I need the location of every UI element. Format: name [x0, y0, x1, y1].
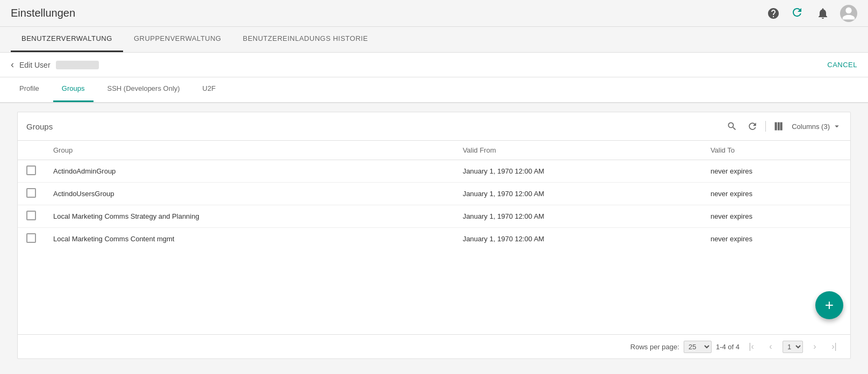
- tab-groups[interactable]: Groups: [53, 76, 94, 102]
- table-row: Local Marketing Comms Content mgmt Janua…: [18, 228, 850, 250]
- row-valid-from: January 1, 1970 12:00 AM: [454, 228, 702, 250]
- refresh-icon[interactable]: [791, 6, 806, 21]
- user-avatar[interactable]: [840, 5, 857, 22]
- tab-benutzereinladungs-historie[interactable]: BENUTZEREINLADUNGS HISTORIE: [232, 26, 379, 52]
- row-checkbox[interactable]: [26, 188, 36, 198]
- row-group: ActindoAdminGroup: [45, 160, 454, 183]
- sub-tabs: Profile Groups SSH (Developers Only) U2F: [0, 77, 868, 103]
- col-header-valid-from: Valid From: [454, 141, 702, 160]
- col-header-checkbox: [18, 141, 45, 160]
- add-group-fab[interactable]: +: [815, 291, 843, 319]
- row-checkbox[interactable]: [26, 166, 36, 175]
- groups-panel: Groups: [17, 112, 851, 359]
- row-group: ActindoUsersGroup: [45, 183, 454, 205]
- edit-user-label: Edit User: [19, 61, 51, 69]
- page-range-label: 1-4 of 4: [716, 343, 740, 351]
- panel-toolbar: Columns (3): [724, 119, 842, 134]
- row-valid-to: never expires: [702, 205, 850, 228]
- table-row: Local Marketing Comms Strategy and Plann…: [18, 205, 850, 228]
- next-page-button[interactable]: ›: [807, 339, 822, 354]
- search-icon[interactable]: [724, 119, 740, 134]
- breadcrumb-bar: ‹ Edit User CANCEL: [0, 53, 868, 77]
- columns-button[interactable]: Columns (3): [792, 121, 842, 131]
- toolbar-divider: [765, 121, 766, 132]
- tab-benutzerverwaltung[interactable]: BENUTZERVERWALTUNG: [11, 26, 123, 52]
- row-valid-from: January 1, 1970 12:00 AM: [454, 160, 702, 183]
- row-checkbox-cell: [18, 183, 45, 205]
- cancel-button[interactable]: CANCEL: [827, 61, 857, 69]
- top-bar: Einstellungen: [0, 0, 868, 27]
- first-page-button[interactable]: |‹: [744, 339, 759, 354]
- row-valid-from: January 1, 1970 12:00 AM: [454, 183, 702, 205]
- main-tabs: BENUTZERVERWALTUNG GRUPPENVERWALTUNG BEN…: [0, 27, 868, 53]
- columns-icon[interactable]: [771, 119, 786, 134]
- row-valid-from: January 1, 1970 12:00 AM: [454, 205, 702, 228]
- tab-u2f[interactable]: U2F: [194, 76, 225, 102]
- help-icon[interactable]: [766, 6, 781, 21]
- app-title: Einstellungen: [11, 7, 766, 19]
- rows-per-page-select[interactable]: 25 10 50 100: [684, 341, 712, 353]
- row-valid-to: never expires: [702, 228, 850, 250]
- row-checkbox[interactable]: [26, 233, 36, 243]
- groups-table: Group Valid From Valid To ActindoAdminGr…: [18, 141, 850, 250]
- prev-page-button[interactable]: ‹: [763, 339, 778, 354]
- row-group: Local Marketing Comms Content mgmt: [45, 228, 454, 250]
- table-row: ActindoAdminGroup January 1, 1970 12:00 …: [18, 160, 850, 183]
- notification-icon[interactable]: [815, 6, 830, 21]
- pagination-bar: Rows per page: 25 10 50 100 1-4 of 4 |‹ …: [18, 334, 850, 358]
- refresh-table-icon[interactable]: [745, 119, 760, 134]
- tab-gruppenverwaltung[interactable]: GRUPPENVERWALTUNG: [123, 26, 232, 52]
- tab-ssh[interactable]: SSH (Developers Only): [99, 76, 189, 102]
- row-checkbox-cell: [18, 228, 45, 250]
- back-button[interactable]: ‹: [11, 59, 14, 70]
- columns-label: Columns (3): [792, 123, 830, 131]
- page-number-select[interactable]: 1: [783, 341, 803, 353]
- tab-profile[interactable]: Profile: [11, 76, 48, 102]
- table-header-row: Group Valid From Valid To: [18, 141, 850, 160]
- row-valid-to: never expires: [702, 160, 850, 183]
- table-row: ActindoUsersGroup January 1, 1970 12:00 …: [18, 183, 850, 205]
- row-valid-to: never expires: [702, 183, 850, 205]
- row-checkbox[interactable]: [26, 211, 36, 220]
- last-page-button[interactable]: ›|: [827, 339, 842, 354]
- groups-panel-title: Groups: [26, 122, 724, 131]
- col-header-valid-to: Valid To: [702, 141, 850, 160]
- breadcrumb-username: [56, 61, 99, 69]
- table-wrapper: Group Valid From Valid To ActindoAdminGr…: [18, 141, 850, 334]
- groups-panel-header: Groups: [18, 112, 850, 141]
- row-checkbox-cell: [18, 205, 45, 228]
- row-group: Local Marketing Comms Strategy and Plann…: [45, 205, 454, 228]
- rows-per-page-label: Rows per page:: [630, 343, 679, 351]
- col-header-group: Group: [45, 141, 454, 160]
- top-bar-icons: [766, 5, 857, 22]
- row-checkbox-cell: [18, 160, 45, 183]
